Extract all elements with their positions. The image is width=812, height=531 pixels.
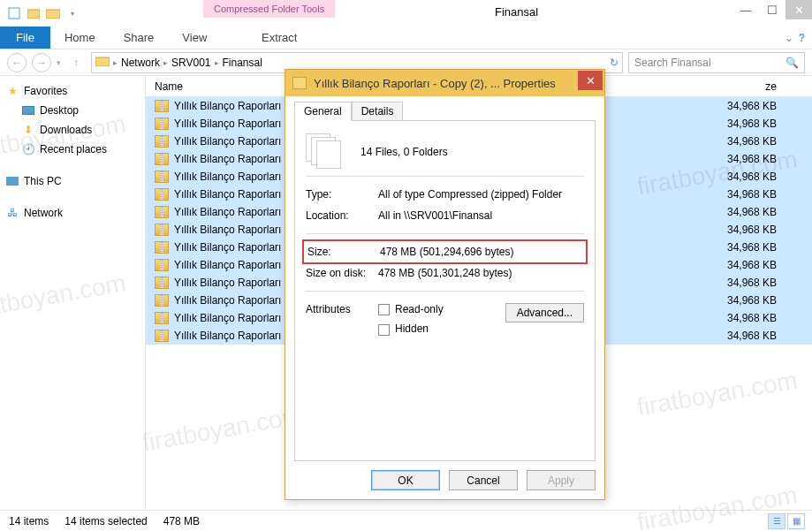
refresh-icon[interactable]: ↻ [610,57,618,69]
dialog-titlebar[interactable]: Yıllık Bilanço Raporları - Copy (2), ...… [285,70,604,96]
zip-icon [155,277,169,289]
tree-label: Favorites [24,85,67,97]
file-size: 34,968 KB [715,118,777,130]
zip-icon [155,171,169,183]
file-size: 34,968 KB [715,294,777,307]
tree-label: Recent places [40,143,107,156]
ribbon: File Home Share View Extract ⌄ ? [0,27,812,49]
ok-button[interactable]: OK [371,470,440,490]
tab-general[interactable]: General [294,102,352,121]
zip-icon [155,153,169,165]
location-value: All in \\SRV001\Finansal [378,209,584,222]
tree-label: Network [24,207,63,219]
nav-tree: ★Favorites Desktop ⬇Downloads 🕘Recent pl… [0,76,146,509]
window-folder-icon [44,4,62,22]
address-folder-icon [95,56,110,69]
forward-button[interactable]: → [32,53,51,72]
location-label: Location: [306,209,378,222]
titlebar: ▾ Compressed Folder Tools Finansal — ☐ ✕ [0,0,812,27]
status-items: 14 items [9,515,49,527]
up-button[interactable]: ↑ [66,53,86,72]
hidden-label: Hidden [395,322,429,335]
help-icon[interactable]: ? [799,32,805,44]
downloads-icon: ⬇ [21,123,35,137]
readonly-checkbox[interactable] [378,304,390,315]
zip-icon [155,100,169,112]
address-segment[interactable]: Finansal [223,57,262,69]
zip-icon [155,135,169,148]
cancel-button[interactable]: Cancel [449,470,518,490]
details-view-icon[interactable]: ☰ [768,513,785,529]
dialog-close-button[interactable]: ✕ [578,71,603,90]
network-icon: 🖧 [5,206,19,220]
qat-newfolder-icon[interactable] [25,4,42,22]
search-placeholder: Search Finansal [634,57,711,69]
attributes-label: Attributes [306,303,378,336]
file-size: 34,968 KB [715,312,777,324]
file-size: 34,968 KB [715,241,777,254]
extract-tab[interactable]: Extract [247,27,311,48]
file-size: 34,968 KB [715,224,777,236]
back-button[interactable]: ← [7,53,27,72]
star-icon: ★ [5,84,19,98]
tree-label: Desktop [40,104,79,117]
recent-dropdown-icon[interactable]: ▾ [57,58,61,67]
zip-icon [155,259,169,271]
dialog-title: Yıllık Bilanço Raporları - Copy (2), ...… [314,77,571,90]
file-size: 34,968 KB [715,188,777,201]
svg-rect-0 [9,8,19,19]
status-bar: 14 items 14 items selected 478 MB ☰ ▦ [0,510,812,531]
tree-network[interactable]: 🖧Network [4,203,141,223]
hidden-checkbox[interactable] [378,324,390,336]
multi-file-icon [306,133,348,169]
tree-desktop[interactable]: Desktop [4,101,141,120]
zip-icon [155,206,169,218]
maximize-button[interactable]: ☐ [759,0,785,19]
share-tab[interactable]: Share [110,27,169,48]
address-segment[interactable]: Network [121,57,160,69]
qat-properties-icon[interactable] [5,4,23,22]
tree-recent[interactable]: 🕘Recent places [4,140,141,159]
search-input[interactable]: Search Finansal 🔍 [628,52,805,73]
address-sep-icon[interactable]: ▸ [113,58,118,67]
tree-this-pc[interactable]: This PC [4,171,141,191]
tree-label: Downloads [40,124,92,136]
minimize-button[interactable]: — [732,0,759,19]
contextual-tab[interactable]: Compressed Folder Tools [203,0,335,18]
svg-rect-2 [46,10,60,19]
qat-dropdown-icon[interactable]: ▾ [64,4,81,22]
file-tab[interactable]: File [0,27,50,49]
tree-downloads[interactable]: ⬇Downloads [4,120,141,140]
zip-icon [155,224,169,236]
advanced-button[interactable]: Advanced... [505,303,584,322]
close-button[interactable]: ✕ [785,0,812,19]
file-size: 34,968 KB [715,171,777,183]
address-sep-icon[interactable]: ▸ [163,58,168,67]
window-title: Finansal [495,5,538,19]
tab-details[interactable]: Details [352,102,404,121]
zip-icon [155,330,169,342]
address-sep-icon[interactable]: ▸ [215,58,219,67]
col-size[interactable]: ze [715,80,777,93]
file-size: 34,968 KB [715,259,777,271]
address-segment[interactable]: SRV001 [171,57,210,69]
zip-icon [155,118,169,130]
zip-icon [155,294,169,307]
readonly-label: Read-only [395,303,444,315]
file-size: 34,968 KB [715,206,777,218]
tree-favorites[interactable]: ★Favorites [4,81,141,101]
file-size: 34,968 KB [715,135,777,148]
file-size: 34,968 KB [715,100,777,112]
disk-value: 478 MB (501,301,248 bytes) [378,267,584,279]
ribbon-expand-icon[interactable]: ⌄ [785,32,793,44]
zip-icon [155,241,169,254]
view-tab[interactable]: View [168,27,221,48]
dialog-zip-icon [292,77,307,89]
file-size: 34,968 KB [715,330,777,342]
status-selected: 14 items selected [65,515,147,527]
thumbnails-view-icon[interactable]: ▦ [787,513,805,529]
home-tab[interactable]: Home [50,27,110,48]
properties-dialog: Yıllık Bilanço Raporları - Copy (2), ...… [285,69,605,500]
zip-icon [155,188,169,201]
apply-button[interactable]: Apply [527,470,596,490]
